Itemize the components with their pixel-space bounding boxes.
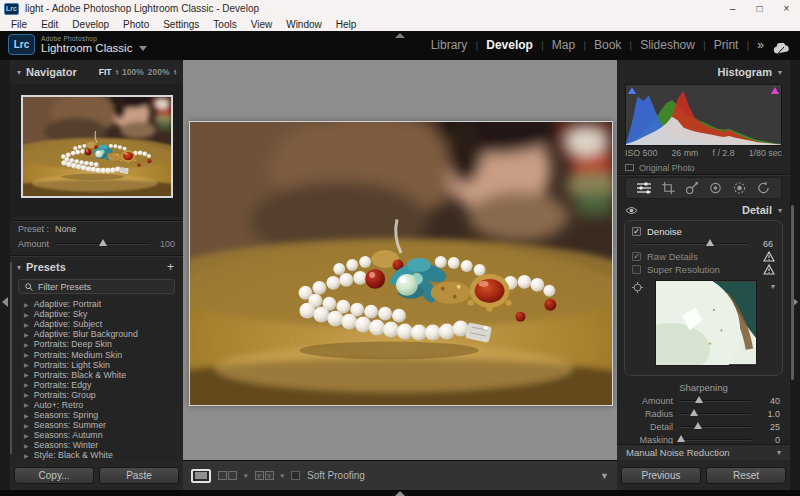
chevron-down-icon[interactable] xyxy=(139,46,147,51)
photo[interactable] xyxy=(189,121,613,406)
filter-presets-input[interactable]: Filter Presets xyxy=(18,279,175,294)
disclosure-triangle-icon[interactable]: ▶ xyxy=(24,442,29,449)
zoom-stepper-icon[interactable]: ▴▾ xyxy=(115,69,118,76)
zoom-200-option[interactable]: 200% xyxy=(148,67,170,77)
slider-thumb[interactable] xyxy=(694,422,702,429)
manual-noise-reduction-header[interactable]: Manual Noise Reduction ▾ xyxy=(617,444,790,460)
module-overflow-chevron[interactable]: » xyxy=(757,38,764,52)
menu-photo[interactable]: Photo xyxy=(116,19,156,30)
menu-help[interactable]: Help xyxy=(329,19,364,30)
preset-portraits-medium-skin[interactable]: ▶Portraits: Medium Skin xyxy=(10,349,183,359)
menu-tools[interactable]: Tools xyxy=(206,19,243,30)
slider-track[interactable] xyxy=(680,413,751,415)
disclosure-triangle-icon[interactable]: ▶ xyxy=(24,452,29,459)
zoom-fit-option[interactable]: FIT xyxy=(99,67,112,77)
toolbar-options-caret-icon[interactable]: ▼ xyxy=(600,471,609,481)
add-preset-button[interactable]: + xyxy=(167,260,183,274)
highlight-clipping-indicator-icon[interactable] xyxy=(771,87,779,94)
menu-view[interactable]: View xyxy=(244,19,280,30)
right-panel-scrollbar[interactable] xyxy=(791,205,794,380)
module-book[interactable]: Book xyxy=(594,38,621,52)
slider-track[interactable] xyxy=(680,400,751,402)
slider-track[interactable] xyxy=(680,439,751,441)
preset-portraits-group[interactable]: ▶Portraits: Group xyxy=(10,390,183,400)
presets-panel-header[interactable]: ▾ Presets + xyxy=(10,258,183,276)
preset-adaptive-portrait[interactable]: ▶Adaptive: Portrait xyxy=(10,299,183,309)
left-panel-scrollbar[interactable] xyxy=(10,262,12,454)
super-resolution-checkbox[interactable] xyxy=(632,265,641,274)
edit-tool-icon[interactable] xyxy=(636,181,652,195)
preset-auto-retro[interactable]: ▶Auto+: Retro xyxy=(10,400,183,410)
close-button[interactable]: × xyxy=(773,0,800,17)
preset-seasons-winter[interactable]: ▶Seasons: Winter xyxy=(10,440,183,450)
disclosure-triangle-icon[interactable]: ▶ xyxy=(24,422,29,429)
super-resolution-row[interactable]: Super Resolution xyxy=(632,263,775,276)
preset-amount-slider[interactable] xyxy=(56,243,150,245)
slider-thumb[interactable] xyxy=(695,396,703,403)
disclosure-triangle-icon[interactable]: ▶ xyxy=(24,432,29,439)
preview-collapse-caret-icon[interactable]: ▾ xyxy=(763,280,775,370)
copy-button[interactable]: Copy... xyxy=(14,467,94,484)
disclosure-triangle-icon[interactable]: ▶ xyxy=(24,361,29,368)
original-photo-row[interactable]: Original Photo xyxy=(625,162,695,173)
histogram[interactable] xyxy=(625,84,782,146)
chevron-down-icon[interactable]: ▾ xyxy=(244,472,248,480)
eye-icon[interactable] xyxy=(625,206,638,215)
disclosure-triangle-icon[interactable]: ▶ xyxy=(24,371,29,378)
denoise-row[interactable]: ✓ Denoise xyxy=(632,225,775,238)
preset-portraits-black-white[interactable]: ▶Portraits: Black & White xyxy=(10,370,183,380)
slider-track[interactable] xyxy=(680,426,751,428)
paste-button[interactable]: Paste xyxy=(99,467,179,484)
detail-panel-header[interactable]: Detail ▾ xyxy=(617,202,790,218)
shadow-clipping-indicator-icon[interactable] xyxy=(628,87,636,94)
collapse-left-panel-arrow[interactable] xyxy=(2,297,8,307)
module-develop[interactable]: Develop xyxy=(486,38,533,52)
slider-thumb[interactable] xyxy=(677,435,685,442)
filmstrip-expand-arrow-icon[interactable] xyxy=(395,491,405,496)
disclosure-triangle-icon[interactable]: ▶ xyxy=(24,331,29,338)
module-slideshow[interactable]: Slideshow xyxy=(640,38,695,52)
chevron-down-icon[interactable]: ▾ xyxy=(281,472,285,480)
denoise-checkbox[interactable]: ✓ xyxy=(632,227,641,236)
denoise-slider[interactable] xyxy=(634,243,749,245)
preview-target-icon[interactable] xyxy=(632,282,643,293)
maximize-button[interactable]: □ xyxy=(746,0,773,17)
masking-tool-icon[interactable] xyxy=(732,181,747,195)
disclosure-triangle-icon[interactable]: ▶ xyxy=(24,321,29,328)
menu-settings[interactable]: Settings xyxy=(156,19,206,30)
reset-button[interactable]: Reset xyxy=(706,467,786,484)
preset-portraits-edgy[interactable]: ▶Portraits: Edgy xyxy=(10,380,183,390)
top-panel-collapse-arrow[interactable] xyxy=(395,33,405,38)
navigator-panel-header[interactable]: ▾ Navigator FIT ▴▾ 100% 200% ▴▾ xyxy=(10,62,183,82)
cloud-sync-icon[interactable] xyxy=(773,40,790,58)
disclosure-triangle-icon[interactable]: ▶ xyxy=(24,412,29,419)
disclosure-triangle-icon[interactable]: ▶ xyxy=(24,311,29,318)
module-print[interactable]: Print xyxy=(714,38,739,52)
minimize-button[interactable]: – xyxy=(719,0,746,17)
reference-view-button[interactable] xyxy=(218,471,237,480)
disclosure-triangle-icon[interactable]: ▶ xyxy=(24,381,29,388)
healing-tool-icon[interactable] xyxy=(685,181,700,195)
preset-portraits-light-skin[interactable]: ▶Portraits: Light Skin xyxy=(10,360,183,370)
zoom-100-option[interactable]: 100% xyxy=(122,67,144,77)
detail-preview-image[interactable] xyxy=(648,280,763,370)
slider-thumb[interactable] xyxy=(706,239,714,246)
preset-adaptive-subject[interactable]: ▶Adaptive: Subject xyxy=(10,319,183,329)
menu-edit[interactable]: Edit xyxy=(34,19,65,30)
soft-proofing-checkbox[interactable] xyxy=(291,471,300,480)
warning-icon[interactable] xyxy=(763,264,775,275)
loupe-view-button[interactable] xyxy=(191,469,211,483)
sync-tool-icon[interactable] xyxy=(756,181,771,195)
preset-seasons-summer[interactable]: ▶Seasons: Summer xyxy=(10,420,183,430)
preset-portraits-deep-skin[interactable]: ▶Portraits: Deep Skin xyxy=(10,339,183,349)
disclosure-triangle-icon[interactable]: ▶ xyxy=(24,391,29,398)
raw-details-row[interactable]: ✓ Raw Details xyxy=(632,250,775,263)
zoom-stepper-icon[interactable]: ▴▾ xyxy=(173,69,176,76)
preset-adaptive-blur-background[interactable]: ▶Adaptive: Blur Background xyxy=(10,329,183,339)
menu-file[interactable]: File xyxy=(4,19,34,30)
menu-develop[interactable]: Develop xyxy=(65,19,116,30)
preset-seasons-spring[interactable]: ▶Seasons: Spring xyxy=(10,410,183,420)
previous-button[interactable]: Previous xyxy=(621,467,701,484)
disclosure-triangle-icon[interactable]: ▶ xyxy=(24,301,29,308)
module-map[interactable]: Map xyxy=(552,38,575,52)
